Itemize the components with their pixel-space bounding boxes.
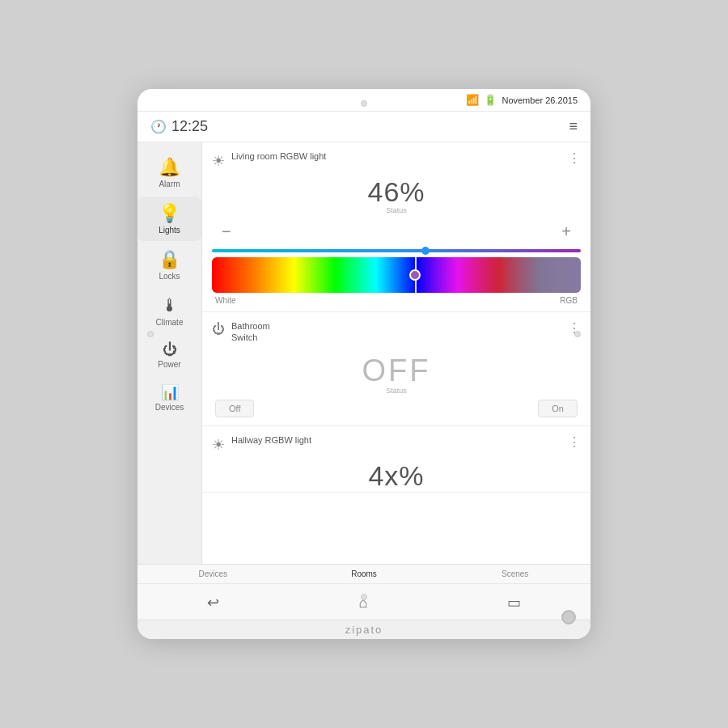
rgb-label: RGB xyxy=(560,296,578,305)
sidebar-item-devices[interactable]: 📊 Devices xyxy=(138,377,201,418)
brightness-decrease-button[interactable]: − xyxy=(215,219,238,244)
living-room-header: ☀ Living room RGBW light ⋮ xyxy=(202,142,590,173)
hallway-sub: RGBW light xyxy=(265,435,311,445)
sidebar-label-power: Power xyxy=(158,360,180,369)
hallway-card: ☀ Hallway RGBW light ⋮ 4x% xyxy=(202,426,590,493)
sidebar: 🔔 Alarm 💡 Lights 🔒 Locks 🌡 Climate ⏻ Pow… xyxy=(138,142,202,564)
bathroom-value: OFF xyxy=(202,350,590,388)
sidebar-label-climate: Climate xyxy=(156,318,184,327)
hallway-header: ☀ Hallway RGBW light ⋮ xyxy=(202,426,590,457)
main-content: 🔔 Alarm 💡 Lights 🔒 Locks 🌡 Climate ⏻ Pow… xyxy=(138,142,590,564)
top-bar: 🕐 12:25 ≡ xyxy=(138,112,590,142)
climate-icon: 🌡 xyxy=(161,295,179,316)
bathroom-card: ⏻ Bathroom Switch ⋮ OFF Status Off On xyxy=(202,312,590,426)
home-button[interactable] xyxy=(561,610,576,624)
living-room-icon: ☀ xyxy=(212,152,225,170)
hallway-value: 4x% xyxy=(202,460,590,492)
color-labels: White RGB xyxy=(212,293,581,307)
living-room-card: ☀ Living room RGBW light ⋮ 46% Status − … xyxy=(202,142,590,312)
sidebar-label-alarm: Alarm xyxy=(159,180,180,188)
hallway-name: Hallway xyxy=(231,435,263,445)
color-bar-section: White RGB xyxy=(202,249,590,311)
brightness-increase-button[interactable]: + xyxy=(555,219,578,244)
living-room-name: Living room xyxy=(231,151,277,161)
bathroom-status-label: Status xyxy=(202,387,590,395)
living-room-more-icon[interactable]: ⋮ xyxy=(568,150,581,166)
color-bar-thumb-circle[interactable] xyxy=(409,269,421,281)
sidebar-item-climate[interactable]: 🌡 Climate xyxy=(138,289,201,333)
bathroom-header: ⏻ Bathroom Switch ⋮ xyxy=(202,312,590,347)
alarm-icon: 🔔 xyxy=(159,157,180,178)
sidebar-label-devices: Devices xyxy=(155,403,184,412)
color-gradient-bar[interactable] xyxy=(212,257,581,293)
time-display: 🕐 12:25 xyxy=(150,118,208,135)
devices-icon: 📊 xyxy=(161,383,179,401)
color-slider-track[interactable] xyxy=(212,249,581,252)
color-slider-thumb[interactable] xyxy=(421,247,430,255)
living-room-status: 46% Status xyxy=(202,173,590,214)
bathroom-title: Bathroom Switch xyxy=(231,320,568,344)
bathroom-icon: ⏻ xyxy=(212,322,225,336)
sidebar-item-alarm[interactable]: 🔔 Alarm xyxy=(138,150,201,195)
bottom-nav: Devices Rooms Scenes ↩ ⌂ ▭ xyxy=(138,564,590,620)
power-icon: ⏻ xyxy=(163,341,177,358)
tab-scenes[interactable]: Scenes xyxy=(439,569,590,578)
clock-icon: 🕐 xyxy=(150,119,167,134)
hallway-icon: ☀ xyxy=(212,436,225,454)
screw-top xyxy=(361,100,367,107)
bottom-tabs: Devices Rooms Scenes xyxy=(138,565,590,583)
hallway-title: Hallway RGBW light xyxy=(231,434,568,446)
white-label: White xyxy=(215,296,236,305)
device-panel: 📶 🔋 November 26.2015 🕐 12:25 ≡ 🔔 Alarm 💡… xyxy=(138,89,590,639)
menu-icon[interactable]: ≡ xyxy=(569,118,578,135)
sidebar-label-lights: Lights xyxy=(159,226,180,235)
switch-on-button[interactable]: On xyxy=(538,400,578,417)
sidebar-item-locks[interactable]: 🔒 Locks xyxy=(138,243,201,287)
switch-controls: Off On xyxy=(202,395,590,425)
living-room-title: Living room RGBW light xyxy=(231,150,568,162)
bathroom-sub: Switch xyxy=(231,332,257,342)
recent-button[interactable]: ▭ xyxy=(497,590,531,615)
bathroom-status: OFF Status xyxy=(202,347,590,395)
sidebar-item-lights[interactable]: 💡 Lights xyxy=(138,197,201,241)
brand-name: zipato xyxy=(345,624,383,636)
hallway-status: 4x% xyxy=(202,457,590,492)
wifi-icon: 📶 xyxy=(466,94,479,106)
brand-bar: zipato xyxy=(138,620,590,639)
sidebar-label-locks: Locks xyxy=(159,272,180,281)
living-room-value: 46% xyxy=(202,176,590,208)
brightness-controls: − + xyxy=(202,214,590,249)
hallway-more-icon[interactable]: ⋮ xyxy=(568,434,581,450)
battery-icon: 🔋 xyxy=(484,94,497,106)
sidebar-item-power[interactable]: ⏻ Power xyxy=(138,335,201,375)
content-panel: ☀ Living room RGBW light ⋮ 46% Status − … xyxy=(202,142,590,564)
living-room-status-label: Status xyxy=(202,206,590,214)
status-date: November 26.2015 xyxy=(502,95,578,105)
back-button[interactable]: ↩ xyxy=(197,590,229,615)
living-room-sub: RGBW light xyxy=(280,151,326,161)
switch-off-button[interactable]: Off xyxy=(215,400,254,417)
current-time: 12:25 xyxy=(171,118,208,135)
tab-rooms[interactable]: Rooms xyxy=(289,569,440,578)
bathroom-name: Bathroom xyxy=(231,321,270,331)
android-nav: ↩ ⌂ ▭ xyxy=(138,583,590,620)
tab-devices[interactable]: Devices xyxy=(138,569,289,578)
screw-bottom xyxy=(361,594,367,600)
lights-icon: 💡 xyxy=(159,203,180,224)
locks-icon: 🔒 xyxy=(159,249,180,270)
